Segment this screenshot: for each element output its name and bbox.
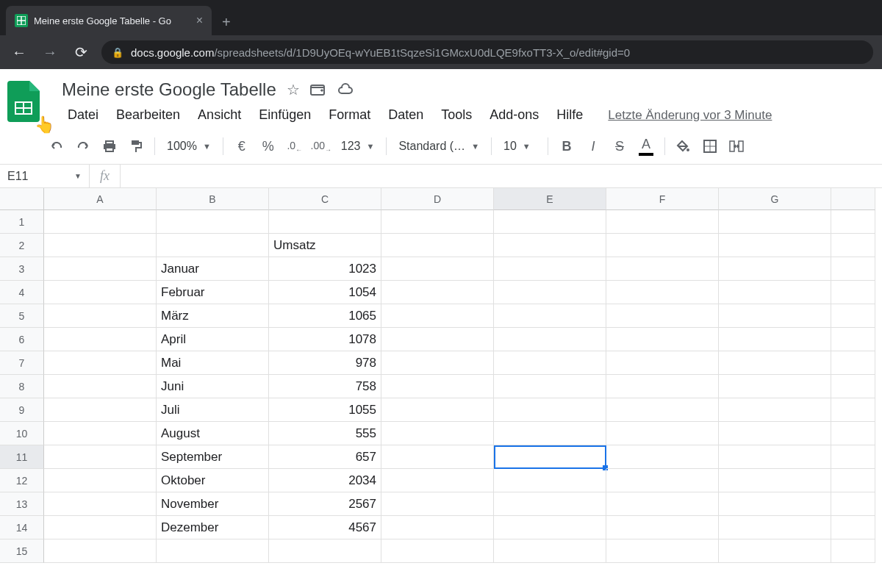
menu-add-ons[interactable]: Add-ons — [481, 103, 548, 127]
cell[interactable] — [381, 257, 494, 281]
cell[interactable]: Februar — [157, 281, 269, 304]
cell[interactable] — [494, 445, 606, 469]
row-header[interactable]: 9 — [0, 398, 44, 422]
new-tab-button[interactable]: + — [212, 9, 241, 35]
cell[interactable] — [606, 492, 719, 516]
cell[interactable] — [44, 375, 157, 398]
cell[interactable] — [157, 539, 269, 563]
cell[interactable] — [44, 469, 157, 492]
cell[interactable]: 4567 — [269, 516, 381, 539]
cell[interactable] — [831, 539, 875, 563]
cell[interactable] — [44, 492, 157, 516]
select-all-corner[interactable] — [0, 188, 44, 210]
cell[interactable] — [44, 398, 157, 422]
menu-daten[interactable]: Daten — [379, 103, 432, 127]
cell[interactable] — [831, 375, 875, 398]
menu-tools[interactable]: Tools — [432, 103, 481, 127]
cell[interactable] — [606, 539, 719, 563]
cell[interactable] — [44, 539, 157, 563]
row-header[interactable]: 12 — [0, 469, 44, 492]
last-change-link[interactable]: Letzte Änderung vor 3 Minute — [608, 108, 772, 123]
cell[interactable] — [606, 210, 719, 234]
cell[interactable] — [44, 210, 157, 234]
menu-hilfe[interactable]: Hilfe — [548, 103, 592, 127]
text-color-button[interactable]: A — [634, 135, 659, 158]
cell[interactable] — [381, 304, 494, 328]
cell[interactable] — [719, 539, 831, 563]
name-box[interactable]: E11▼ — [0, 165, 90, 187]
cell[interactable] — [719, 281, 831, 304]
cell[interactable] — [494, 469, 606, 492]
cell[interactable] — [719, 328, 831, 351]
cell[interactable]: 978 — [269, 351, 381, 375]
increase-decimal-button[interactable]: .00→ — [309, 135, 334, 158]
redo-button[interactable] — [71, 135, 96, 158]
url-input[interactable]: 🔒 docs.google.com/spreadsheets/d/1D9UyOE… — [101, 40, 873, 64]
cell[interactable] — [719, 210, 831, 234]
cell[interactable]: 1023 — [269, 257, 381, 281]
undo-button[interactable] — [44, 135, 69, 158]
decrease-decimal-button[interactable]: .0← — [282, 135, 307, 158]
cell[interactable]: Juni — [157, 375, 269, 398]
row-header[interactable]: 6 — [0, 328, 44, 351]
cell[interactable]: 1065 — [269, 304, 381, 328]
cell[interactable]: 1078 — [269, 328, 381, 351]
cell[interactable]: November — [157, 492, 269, 516]
cell[interactable]: März — [157, 304, 269, 328]
row-header[interactable]: 2 — [0, 234, 44, 257]
cell[interactable] — [831, 351, 875, 375]
cell[interactable] — [719, 398, 831, 422]
column-header[interactable]: C — [269, 188, 381, 210]
row-header[interactable]: 8 — [0, 375, 44, 398]
font-select[interactable]: Standard (…▼ — [392, 140, 485, 153]
row-header[interactable]: 5 — [0, 304, 44, 328]
cell[interactable] — [494, 539, 606, 563]
row-header[interactable]: 15 — [0, 539, 44, 563]
print-button[interactable] — [97, 135, 122, 158]
cell[interactable] — [44, 422, 157, 445]
cell[interactable] — [606, 516, 719, 539]
cell[interactable] — [831, 234, 875, 257]
zoom-select[interactable]: 100%▼ — [161, 140, 217, 153]
cell[interactable] — [44, 351, 157, 375]
cell[interactable]: April — [157, 328, 269, 351]
column-header[interactable] — [831, 188, 875, 210]
cell[interactable]: Januar — [157, 257, 269, 281]
cell[interactable] — [831, 492, 875, 516]
cell[interactable] — [719, 516, 831, 539]
cell[interactable] — [831, 257, 875, 281]
cell[interactable] — [831, 469, 875, 492]
percent-button[interactable]: % — [256, 135, 281, 158]
cell[interactable] — [606, 422, 719, 445]
cell[interactable] — [381, 539, 494, 563]
cell[interactable]: August — [157, 422, 269, 445]
column-header[interactable]: B — [157, 188, 269, 210]
cell[interactable] — [494, 257, 606, 281]
merge-cells-button[interactable] — [724, 135, 749, 158]
column-header[interactable]: D — [381, 188, 494, 210]
cell[interactable] — [44, 257, 157, 281]
cell[interactable] — [381, 328, 494, 351]
cell[interactable] — [381, 281, 494, 304]
cell[interactable] — [381, 422, 494, 445]
cell[interactable] — [44, 328, 157, 351]
cell[interactable]: Dezember — [157, 516, 269, 539]
menu-einfügen[interactable]: Einfügen — [250, 103, 320, 127]
menu-format[interactable]: Format — [320, 103, 379, 127]
cell[interactable] — [494, 328, 606, 351]
reload-button[interactable]: ⟳ — [71, 43, 91, 61]
cell[interactable]: Umsatz — [269, 234, 381, 257]
close-tab-icon[interactable]: × — [196, 14, 203, 27]
move-icon[interactable] — [310, 83, 326, 96]
cell[interactable] — [381, 375, 494, 398]
paint-format-button[interactable] — [123, 135, 148, 158]
cell[interactable] — [831, 328, 875, 351]
cell[interactable] — [157, 234, 269, 257]
row-header[interactable]: 7 — [0, 351, 44, 375]
cell[interactable] — [494, 281, 606, 304]
cell[interactable] — [494, 516, 606, 539]
cell[interactable] — [831, 210, 875, 234]
cell[interactable] — [381, 234, 494, 257]
cell[interactable] — [606, 351, 719, 375]
star-icon[interactable]: ☆ — [287, 81, 300, 98]
